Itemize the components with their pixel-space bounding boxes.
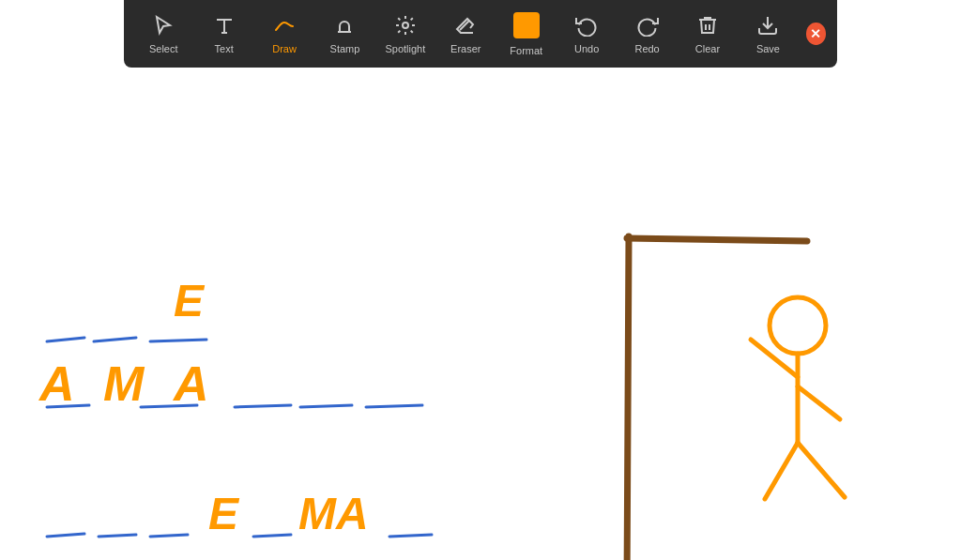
svg-line-8	[398, 30, 400, 32]
save-icon	[756, 14, 779, 40]
save-label: Save	[756, 43, 780, 54]
tool-spotlight[interactable]: Spotlight	[377, 6, 434, 62]
tool-undo[interactable]: Undo	[558, 6, 615, 62]
canvas-area[interactable]: E A M A E MA	[0, 68, 961, 560]
format-icon	[513, 12, 540, 42]
svg-line-12	[94, 338, 136, 341]
svg-line-11	[47, 338, 84, 341]
svg-line-13	[150, 340, 206, 341]
tool-save[interactable]: Save	[740, 6, 796, 62]
spotlight-icon	[394, 14, 417, 40]
clear-icon	[696, 14, 719, 40]
clear-label: Clear	[695, 43, 720, 54]
undo-icon	[575, 14, 598, 40]
tool-eraser[interactable]: Eraser	[437, 6, 494, 62]
stamp-label: Stamp	[330, 43, 360, 54]
svg-line-6	[411, 30, 413, 32]
svg-line-19	[366, 405, 422, 407]
tool-text[interactable]: Text	[195, 6, 252, 62]
svg-line-17	[235, 405, 291, 407]
svg-line-5	[398, 18, 400, 20]
draw-label: Draw	[272, 43, 297, 54]
eraser-icon	[454, 14, 477, 40]
svg-line-7	[411, 18, 413, 20]
svg-text:E: E	[208, 489, 240, 538]
tool-select[interactable]: Select	[135, 6, 191, 62]
spotlight-label: Spotlight	[385, 43, 425, 54]
close-button[interactable]: ✕	[806, 23, 826, 45]
svg-line-18	[300, 405, 352, 407]
tool-redo[interactable]: Redo	[618, 6, 675, 62]
select-label: Select	[149, 43, 178, 54]
svg-point-0	[403, 23, 408, 28]
svg-line-24	[99, 535, 136, 537]
svg-line-25	[150, 535, 188, 537]
tool-clear[interactable]: Clear	[679, 6, 736, 62]
toolbar: Select Text Draw Stamp	[124, 0, 837, 68]
tool-format[interactable]: Format	[498, 6, 555, 62]
svg-text:A: A	[38, 356, 75, 411]
svg-point-30	[770, 297, 826, 354]
select-icon	[152, 14, 175, 40]
draw-icon	[273, 14, 296, 40]
text-label: Text	[215, 43, 234, 54]
svg-line-26	[253, 535, 291, 537]
tool-draw[interactable]: Draw	[256, 6, 313, 62]
text-icon	[213, 14, 236, 40]
svg-text:MA: MA	[298, 489, 369, 538]
drawing-canvas: E A M A E MA	[0, 68, 961, 560]
redo-icon	[636, 14, 659, 40]
svg-text:A: A	[172, 356, 209, 411]
svg-text:M: M	[103, 356, 145, 411]
svg-text:E: E	[174, 276, 206, 325]
stamp-icon	[333, 14, 356, 40]
svg-line-23	[47, 534, 84, 537]
tool-stamp[interactable]: Stamp	[316, 6, 373, 62]
svg-line-27	[389, 535, 432, 537]
redo-label: Redo	[634, 43, 659, 54]
eraser-label: Eraser	[450, 43, 480, 54]
format-label: Format	[510, 45, 542, 56]
undo-label: Undo	[574, 43, 599, 54]
